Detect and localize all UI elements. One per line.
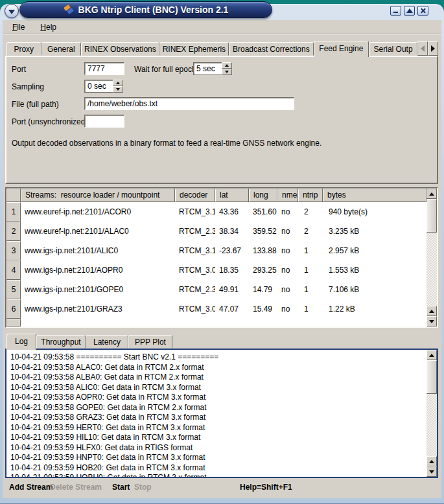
table-row[interactable]: 6 www.igs-ip.net:2101/GRAZ3 RTCM_3.0 47.…: [6, 299, 426, 319]
scrollbar-thumb[interactable]: [426, 360, 437, 394]
desktop: { "window": { "title": "BKG Ntrip Client…: [0, 0, 444, 504]
row-number[interactable]: 4: [6, 260, 21, 280]
table-row[interactable]: 2 www.euref-ip.net:2101/ALAC0 RTCM_2.3 3…: [6, 222, 426, 241]
add-stream-button[interactable]: Add Stream: [9, 483, 53, 492]
wait-epoch-down-button[interactable]: [222, 69, 232, 75]
header-decoder[interactable]: decoder: [175, 189, 215, 202]
port-label: Port: [12, 65, 26, 74]
port-input[interactable]: [84, 62, 124, 75]
table-row[interactable]: 1 www.euref-ip.net:2101/ACOR0 RTCM_3.1 4…: [6, 202, 426, 222]
cell-long: 359.52: [249, 222, 277, 241]
sampling-spinbox[interactable]: 0 sec: [84, 80, 123, 93]
minimize-button[interactable]: [390, 6, 401, 16]
cell-nmea: no: [277, 299, 298, 319]
streams-table-viewport: Streams: resource loader / mountpoint de…: [6, 189, 426, 326]
table-row[interactable]: 5 www.igs-ip.net:2101/GOPE0 RTCM_2.3 49.…: [6, 280, 426, 299]
tab-serial-output[interactable]: Serial Outp: [369, 42, 417, 56]
maximize-button[interactable]: [404, 6, 415, 16]
table-scrollbar[interactable]: [426, 189, 437, 326]
tab-general[interactable]: General: [41, 42, 81, 56]
scroll-up-button[interactable]: [426, 350, 437, 360]
scrollbar-thumb[interactable]: [426, 199, 437, 233]
arrow-down-icon: [429, 470, 434, 474]
port-unsynchronized-input[interactable]: [84, 115, 124, 128]
cell-long: 15.49: [249, 299, 277, 319]
tab-latency[interactable]: Latency: [86, 335, 128, 349]
sampling-up-button[interactable]: [113, 80, 123, 86]
titlebar[interactable]: BKG Ntrip Client (BNC) Version 2.1: [19, 1, 272, 18]
scroll-up-button-bottom[interactable]: [426, 306, 437, 316]
spin-down-icon: [116, 88, 120, 91]
log-line: 10-04-21 09:53:58 ========== Start BNC v…: [10, 352, 426, 363]
row-number[interactable]: 1: [6, 202, 21, 222]
cell-lat: 18.35: [215, 260, 249, 280]
arrow-up-icon: [429, 460, 434, 463]
bnc-app-icon: [64, 5, 74, 15]
window-menu-button[interactable]: [5, 4, 19, 18]
cell-long: 351.60: [249, 202, 277, 222]
tab-scroll-left-button: [417, 41, 428, 56]
cell-nmea: no: [277, 241, 298, 260]
scroll-up-button-bottom[interactable]: [426, 456, 437, 466]
scrollbar-track[interactable]: [426, 394, 437, 456]
table-row[interactable]: 4 www.igs-ip.net:2101/AOPR0 RTCM_3.0 18.…: [6, 260, 426, 280]
header-bytes[interactable]: bytes: [323, 189, 426, 202]
menu-file[interactable]: File: [9, 21, 28, 33]
cell-bytes: 7.106 kB: [323, 280, 426, 299]
close-button[interactable]: [417, 6, 428, 16]
start-button[interactable]: Start: [112, 483, 130, 492]
menu-help-accel: H: [40, 23, 46, 32]
cell-ntrip: 1: [298, 260, 323, 280]
cell-long: 293.25: [249, 260, 277, 280]
tab-proxy[interactable]: Proxy: [6, 42, 41, 56]
file-full-path-input[interactable]: [84, 97, 294, 110]
header-lat[interactable]: lat: [215, 189, 249, 202]
action-bar: Add Stream Delete Stream Start Stop Help…: [3, 483, 441, 496]
menu-help[interactable]: Help: [37, 21, 60, 33]
tab-broadcast-corrections[interactable]: Broadcast Corrections: [229, 42, 314, 56]
header-mountpoint[interactable]: Streams: resource loader / mountpoint: [21, 189, 175, 202]
header-ntrip[interactable]: ntrip: [298, 189, 323, 202]
cell-decoder: RTCM_3.1: [175, 241, 215, 260]
wait-for-full-epoch-label: Wait for full epoch: [134, 65, 196, 74]
arrow-down-icon: [429, 320, 434, 323]
titlebar-area: BKG Ntrip Client (BNC) Version 2.1: [0, 0, 444, 21]
cell-decoder: RTCM_2.3: [175, 280, 215, 299]
cell-decoder: RTCM_2.3: [175, 222, 215, 241]
log-line: 10-04-21 09:53:58 ALIC0: Get data in RTC…: [10, 383, 426, 393]
log-line: 10-04-21 09:53:59 HOBU0: Get data in RTC…: [10, 473, 426, 477]
scroll-up-button[interactable]: [426, 189, 437, 199]
tab-ppp-plot[interactable]: PPP Plot: [128, 335, 172, 349]
cell-mountpoint: www.euref-ip.net:2101/ACOR0: [21, 202, 175, 222]
cell-nmea: no: [277, 260, 298, 280]
scroll-down-button[interactable]: [426, 466, 437, 477]
tab-scroll-right-button[interactable]: [428, 41, 438, 56]
tab-log[interactable]: Log: [6, 334, 36, 350]
table-row[interactable]: 3 www.igs-ip.net:2101/ALIC0 RTCM_3.1 -23…: [6, 241, 426, 260]
log-line: 10-04-21 09:53:59 HOB20: Get data in RTC…: [10, 463, 426, 474]
row-number[interactable]: 5: [6, 280, 21, 299]
row-number[interactable]: 2: [6, 222, 21, 241]
tab-throughput[interactable]: Throughput: [36, 335, 86, 349]
log-scrollbar[interactable]: [426, 350, 437, 477]
wait-epoch-up-button[interactable]: [222, 62, 232, 69]
row-number[interactable]: 3: [6, 241, 21, 260]
cell-long: 133.88: [249, 241, 277, 260]
tab-rinex-ephemeris[interactable]: RINEX Ephemeris: [159, 42, 229, 56]
scroll-down-button[interactable]: [426, 316, 437, 326]
tab-rinex-observations[interactable]: RINEX Observations: [81, 42, 159, 56]
menu-help-rest: elp: [46, 23, 56, 32]
tab-feed-engine[interactable]: Feed Engine: [314, 41, 369, 57]
header-long[interactable]: long: [249, 189, 277, 202]
cell-ntrip: 2: [298, 202, 323, 222]
spin-up-icon: [225, 64, 229, 67]
scrollbar-track[interactable]: [426, 233, 437, 306]
wait-epoch-spinbox[interactable]: 5 sec: [193, 62, 232, 75]
menubar: File Help: [3, 20, 441, 34]
window-controls: [390, 6, 428, 16]
row-number[interactable]: 6: [6, 299, 21, 319]
log-line: 10-04-21 09:53:59 HNPT0: Get data in RTC…: [10, 453, 426, 463]
cell-nmea: no: [277, 280, 298, 299]
sampling-down-button[interactable]: [113, 86, 123, 93]
header-nmea[interactable]: nmea: [277, 189, 298, 202]
